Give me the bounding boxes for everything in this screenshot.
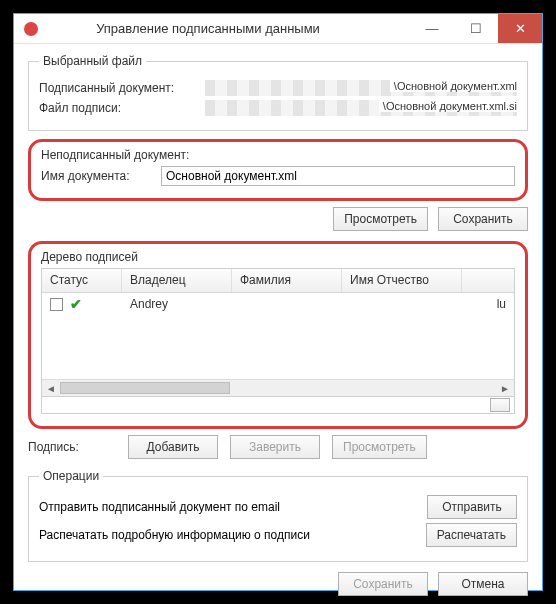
titlebar: Управление подписанными данными — ☐ ✕ (14, 14, 542, 44)
doc-name-input[interactable] (161, 166, 515, 186)
grid-row[interactable]: ✔ Andrey lu (42, 293, 514, 315)
row-surname (232, 302, 342, 306)
row-name-patr: lu (342, 295, 514, 313)
scroll-track[interactable] (60, 382, 496, 394)
selected-file-legend: Выбранный файл (39, 54, 146, 68)
maximize-button[interactable]: ☐ (454, 14, 498, 43)
sig-file-label: Файл подписи: (39, 101, 199, 115)
add-signature-button[interactable]: Добавить (128, 435, 218, 459)
checkmark-icon: ✔ (70, 297, 82, 311)
scroll-left-icon[interactable]: ◄ (44, 383, 58, 394)
doc-name-label: Имя документа: (41, 169, 155, 183)
col-surname[interactable]: Фамилия (232, 269, 342, 292)
signature-actions-row: Подпись: Добавить Заверить Просмотреть (28, 435, 528, 459)
signature-label: Подпись: (28, 440, 116, 454)
signed-doc-tail: \Основной документ.xml (390, 80, 517, 92)
col-status[interactable]: Статус (42, 269, 122, 292)
col-owner[interactable]: Владелец (122, 269, 232, 292)
unsigned-doc-legend: Неподписанный документ: (41, 148, 515, 162)
row-checkbox[interactable] (50, 298, 63, 311)
scroll-right-icon[interactable]: ► (498, 383, 512, 394)
signed-doc-path: \Основной документ.xml (205, 80, 517, 96)
print-button[interactable]: Распечатать (426, 523, 517, 547)
window-controls: — ☐ ✕ (410, 14, 542, 43)
email-op-label: Отправить подписанный документ по email (39, 500, 280, 514)
send-email-button[interactable]: Отправить (427, 495, 517, 519)
signed-doc-label: Подписанный документ: (39, 81, 199, 95)
grid-mini-button[interactable] (490, 398, 510, 412)
grid-header: Статус Владелец Фамилия Имя Отчество (42, 269, 514, 293)
dialog-cancel-button[interactable]: Отмена (438, 572, 528, 596)
app-icon (24, 22, 38, 36)
row-owner: Andrey (122, 295, 232, 313)
signature-grid: Статус Владелец Фамилия Имя Отчество ✔ A… (41, 268, 515, 397)
selected-file-group: Выбранный файл Подписанный документ: \Ос… (28, 54, 528, 131)
operations-legend: Операции (39, 469, 103, 483)
sig-file-path: \Основной документ.xml.si (205, 100, 517, 116)
operations-group: Операции Отправить подписанный документ … (28, 469, 528, 562)
unsigned-doc-group: Неподписанный документ: Имя документа: (28, 139, 528, 201)
view-signature-button[interactable]: Просмотреть (332, 435, 427, 459)
print-op-label: Распечатать подробную информацию о подпи… (39, 528, 310, 542)
content-area: Выбранный файл Подписанный документ: \Ос… (14, 44, 542, 604)
save-doc-button[interactable]: Сохранить (438, 207, 528, 231)
grid-body: ✔ Andrey lu (42, 293, 514, 379)
horizontal-scrollbar[interactable]: ◄ ► (42, 379, 514, 396)
signature-tree-legend: Дерево подписей (41, 250, 515, 264)
grid-footer (41, 397, 515, 414)
certify-button[interactable]: Заверить (230, 435, 320, 459)
col-name-patr[interactable]: Имя Отчество (342, 269, 462, 292)
dialog-save-button[interactable]: Сохранить (338, 572, 428, 596)
window-title: Управление подписанными данными (46, 21, 410, 36)
scroll-thumb[interactable] (60, 382, 230, 394)
sig-file-tail: \Основной документ.xml.si (379, 100, 517, 112)
view-doc-button[interactable]: Просмотреть (333, 207, 428, 231)
signature-tree-group: Дерево подписей Статус Владелец Фамилия … (28, 241, 528, 429)
window-frame: Управление подписанными данными — ☐ ✕ Вы… (13, 13, 543, 591)
close-button[interactable]: ✕ (498, 14, 542, 43)
minimize-button[interactable]: — (410, 14, 454, 43)
